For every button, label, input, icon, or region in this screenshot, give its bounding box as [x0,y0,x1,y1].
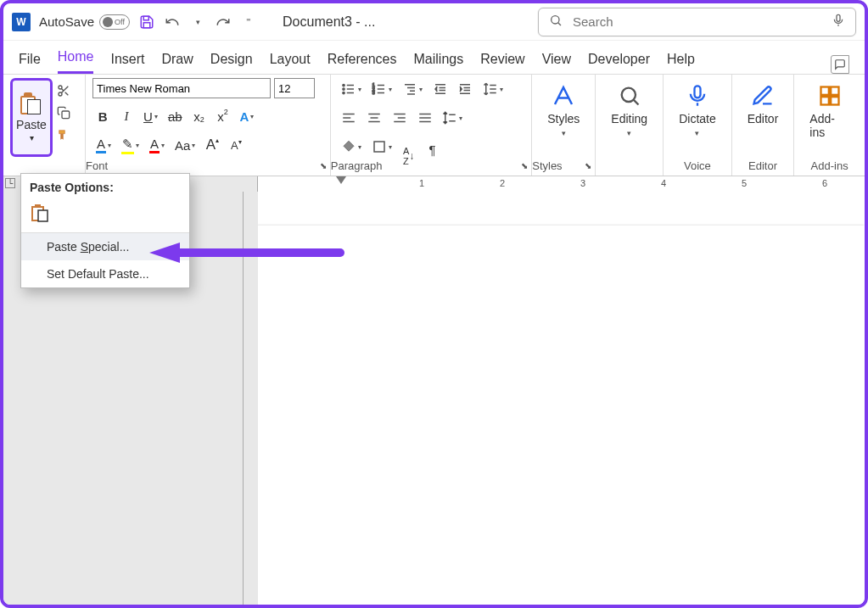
grow-font-button[interactable]: A▴ [202,134,222,156]
tab-selector-icon[interactable]: └ [5,178,15,188]
svg-rect-50 [694,86,700,98]
search-icon [549,14,563,30]
font-color2-button[interactable]: A▾ [92,134,115,156]
font-size-select[interactable]: 12 [274,78,315,98]
tab-draw[interactable]: Draw [161,52,193,74]
bold-button[interactable]: B [92,105,113,127]
tab-developer[interactable]: Developer [588,52,650,74]
decrease-indent-button[interactable] [429,78,451,100]
editing-icon [617,83,642,109]
editing-button[interactable]: Editing ▾ [602,78,656,156]
svg-rect-0 [143,16,148,20]
addins-icon [817,83,843,109]
tab-insert[interactable]: Insert [110,52,144,74]
paste-dropdown-icon[interactable]: ▾ [30,133,34,142]
increase-indent-button[interactable] [454,78,476,100]
align-center-button[interactable] [363,107,385,129]
svg-point-11 [343,92,344,93]
autosave-label: AutoSave [39,14,94,29]
document-page[interactable] [258,226,865,605]
styles-group-label: Styles [532,159,562,172]
tab-review[interactable]: Review [480,52,524,74]
comments-icon[interactable] [831,55,849,74]
autosave-switch[interactable]: Off [99,14,130,30]
tab-design[interactable]: Design [210,52,253,74]
strikethrough-button[interactable]: ab [165,105,186,127]
qat-customize-icon[interactable]: ⁼ [240,14,257,31]
svg-rect-1 [143,22,150,27]
shrink-font-button[interactable]: A▾ [226,134,246,156]
editing-dropdown-icon[interactable]: ▾ [627,129,631,137]
document-title[interactable]: Document3 - ... [283,14,375,30]
tab-file[interactable]: File [19,52,41,74]
indent-marker-icon[interactable] [336,176,346,184]
undo-icon[interactable] [164,14,181,31]
autosave-state: Off [115,18,125,26]
multilevel-list-button[interactable]: ▾ [399,78,426,100]
search-box[interactable] [538,8,856,36]
align-left-button[interactable] [338,107,360,129]
text-effects-button[interactable]: A▾ [237,105,258,127]
addins-button[interactable]: Add-ins [801,78,858,158]
styles-dropdown-icon[interactable]: ▾ [562,129,566,137]
undo-dropdown-icon[interactable]: ▾ [189,14,206,31]
tab-home[interactable]: Home [58,49,94,74]
font-launcher-icon[interactable]: ⬊ [320,161,327,170]
dictate-button[interactable]: Dictate ▾ [670,78,725,156]
save-icon[interactable] [138,14,155,31]
title-bar: W AutoSave Off ▾ ⁼ Document3 - ... [3,3,865,41]
mic-icon[interactable] [832,14,845,30]
search-input[interactable] [571,14,823,30]
tab-references[interactable]: References [328,52,397,74]
ruler-number: 4 [661,178,666,188]
svg-rect-51 [820,87,828,95]
shading-button[interactable]: ▾ [338,136,365,158]
highlight-button[interactable]: ✎▾ [118,134,143,156]
editor-button[interactable]: Editor [739,78,787,144]
ruler-number: 5 [742,178,747,188]
svg-rect-6 [62,111,70,119]
tab-view[interactable]: View [542,52,571,74]
tab-help[interactable]: Help [667,52,695,74]
dictate-dropdown-icon[interactable]: ▾ [695,129,699,137]
addins-label: Add-ins [809,112,849,139]
svg-point-5 [59,92,62,96]
font-name-select[interactable]: Times New Roman [92,78,271,98]
svg-text:3: 3 [372,90,374,95]
paste-options-header: Paste Options: [21,174,189,199]
superscript-button[interactable]: x2 [213,105,233,127]
paragraph-launcher-icon[interactable]: ⬊ [521,161,528,170]
paste-button-label: Paste [16,118,47,131]
autosave-toggle[interactable]: AutoSave Off [39,14,130,30]
svg-rect-57 [38,210,48,221]
keep-source-formatting-icon[interactable] [30,212,50,226]
bullets-button[interactable]: ▾ [338,78,365,100]
cut-icon[interactable] [56,83,71,98]
align-right-button[interactable] [389,107,411,129]
copy-icon[interactable] [56,105,71,120]
editing-group: Editing ▾ [596,75,664,176]
underline-button[interactable]: U▾ [140,105,161,127]
justify-button[interactable] [414,107,436,129]
styles-launcher-icon[interactable]: ⬊ [585,161,591,170]
ribbon-tabs: File Home Insert Draw Design Layout Refe… [3,41,865,75]
font-color-button[interactable]: A▾ [146,134,168,156]
styles-label: Styles [547,112,580,126]
redo-icon[interactable] [215,14,232,31]
svg-rect-52 [831,87,838,95]
tab-layout[interactable]: Layout [270,52,311,74]
line-spacing-button[interactable]: ▾ [479,78,507,100]
subscript-button[interactable]: x2 [189,105,210,127]
styles-button[interactable]: Styles ▾ [539,78,588,156]
svg-rect-56 [35,204,41,208]
voice-group-label: Voice [684,159,711,172]
borders-button[interactable]: ▾ [368,136,395,158]
italic-button[interactable]: I [116,105,137,127]
tab-mailings[interactable]: Mailings [414,52,464,74]
ruler-number: 1 [419,178,424,188]
line-spacing2-button[interactable]: ▾ [439,107,466,129]
numbering-button[interactable]: 123▾ [368,78,395,100]
change-case-button[interactable]: Aa▾ [171,134,199,156]
paste-button[interactable]: Paste ▾ [10,78,53,157]
format-painter-icon[interactable] [56,127,71,142]
